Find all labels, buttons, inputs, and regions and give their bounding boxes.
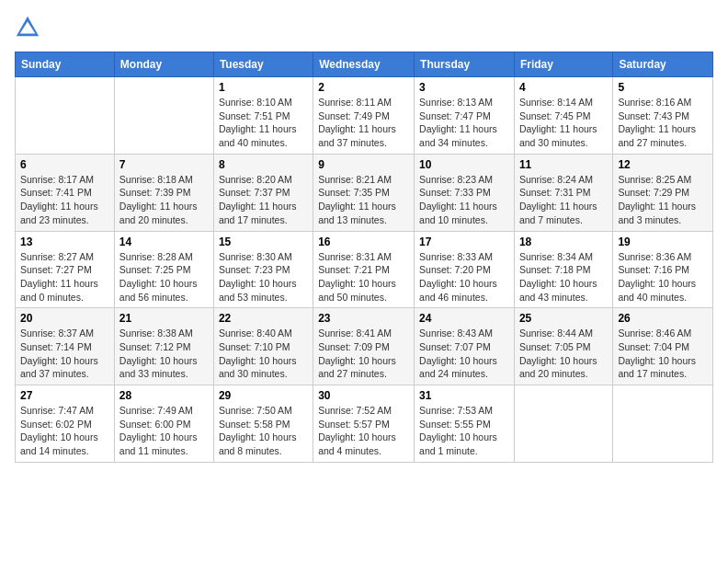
day-info: Sunrise: 8:13 AMSunset: 7:47 PMDaylight:… xyxy=(419,96,509,150)
day-number: 12 xyxy=(618,158,708,171)
calendar-table: SundayMondayTuesdayWednesdayThursdayFrid… xyxy=(15,52,713,463)
day-number: 13 xyxy=(20,236,109,248)
calendar-cell: 8Sunrise: 8:20 AMSunset: 7:37 PMDaylight… xyxy=(213,154,313,231)
day-number: 1 xyxy=(219,81,308,94)
calendar-cell xyxy=(114,77,213,155)
day-info: Sunrise: 8:41 AMSunset: 7:09 PMDaylight:… xyxy=(318,327,409,381)
calendar-week-row: 20Sunrise: 8:37 AMSunset: 7:14 PMDayligh… xyxy=(16,308,713,385)
calendar-cell: 26Sunrise: 8:46 AMSunset: 7:04 PMDayligh… xyxy=(613,308,713,385)
calendar-cell: 9Sunrise: 8:21 AMSunset: 7:35 PMDaylight… xyxy=(313,154,415,231)
day-info: Sunrise: 8:11 AMSunset: 7:49 PMDaylight:… xyxy=(318,96,409,150)
calendar-week-row: 6Sunrise: 8:17 AMSunset: 7:41 PMDaylight… xyxy=(16,154,713,231)
day-info: Sunrise: 8:46 AMSunset: 7:04 PMDaylight:… xyxy=(618,327,708,381)
day-of-week-header: Friday xyxy=(514,52,612,77)
day-number: 29 xyxy=(219,389,308,402)
calendar-cell: 11Sunrise: 8:24 AMSunset: 7:31 PMDayligh… xyxy=(514,154,612,231)
calendar-cell: 4Sunrise: 8:14 AMSunset: 7:45 PMDaylight… xyxy=(514,77,612,155)
day-info: Sunrise: 7:49 AMSunset: 6:00 PMDaylight:… xyxy=(119,404,209,458)
page-header xyxy=(15,15,713,40)
day-info: Sunrise: 8:25 AMSunset: 7:29 PMDaylight:… xyxy=(618,173,708,227)
day-number: 18 xyxy=(519,236,608,248)
calendar-cell: 28Sunrise: 7:49 AMSunset: 6:00 PMDayligh… xyxy=(114,385,213,463)
calendar-cell: 5Sunrise: 8:16 AMSunset: 7:43 PMDaylight… xyxy=(613,77,713,155)
day-number: 4 xyxy=(519,81,608,94)
day-info: Sunrise: 8:24 AMSunset: 7:31 PMDaylight:… xyxy=(519,173,608,227)
day-info: Sunrise: 8:14 AMSunset: 7:45 PMDaylight:… xyxy=(519,96,608,150)
day-info: Sunrise: 8:10 AMSunset: 7:51 PMDaylight:… xyxy=(219,96,308,150)
day-number: 26 xyxy=(618,312,708,325)
day-info: Sunrise: 7:52 AMSunset: 5:57 PMDaylight:… xyxy=(318,404,409,458)
day-number: 28 xyxy=(119,389,209,402)
day-number: 5 xyxy=(618,81,708,94)
day-number: 14 xyxy=(119,236,209,248)
day-number: 22 xyxy=(219,312,308,325)
day-info: Sunrise: 8:38 AMSunset: 7:12 PMDaylight:… xyxy=(119,327,209,381)
day-number: 21 xyxy=(119,312,209,325)
day-info: Sunrise: 8:21 AMSunset: 7:35 PMDaylight:… xyxy=(318,173,409,227)
calendar-cell: 21Sunrise: 8:38 AMSunset: 7:12 PMDayligh… xyxy=(114,308,213,385)
calendar-cell: 18Sunrise: 8:34 AMSunset: 7:18 PMDayligh… xyxy=(514,231,612,308)
day-info: Sunrise: 8:27 AMSunset: 7:27 PMDaylight:… xyxy=(20,250,109,304)
day-info: Sunrise: 8:23 AMSunset: 7:33 PMDaylight:… xyxy=(419,173,509,227)
day-number: 24 xyxy=(419,312,509,325)
day-of-week-header: Monday xyxy=(114,52,213,77)
day-info: Sunrise: 8:40 AMSunset: 7:10 PMDaylight:… xyxy=(219,327,308,381)
calendar-cell: 3Sunrise: 8:13 AMSunset: 7:47 PMDaylight… xyxy=(415,77,515,155)
day-number: 16 xyxy=(318,236,409,248)
calendar-cell: 27Sunrise: 7:47 AMSunset: 6:02 PMDayligh… xyxy=(16,385,115,463)
day-info: Sunrise: 8:31 AMSunset: 7:21 PMDaylight:… xyxy=(318,250,409,304)
day-number: 17 xyxy=(419,236,509,248)
day-number: 27 xyxy=(20,389,109,402)
calendar-cell: 20Sunrise: 8:37 AMSunset: 7:14 PMDayligh… xyxy=(16,308,115,385)
day-number: 31 xyxy=(419,389,509,402)
day-info: Sunrise: 8:20 AMSunset: 7:37 PMDaylight:… xyxy=(219,173,308,227)
day-of-week-header: Wednesday xyxy=(313,52,415,77)
day-info: Sunrise: 7:50 AMSunset: 5:58 PMDaylight:… xyxy=(219,404,308,458)
day-info: Sunrise: 8:30 AMSunset: 7:23 PMDaylight:… xyxy=(219,250,308,304)
calendar-cell: 14Sunrise: 8:28 AMSunset: 7:25 PMDayligh… xyxy=(114,231,213,308)
day-info: Sunrise: 8:33 AMSunset: 7:20 PMDaylight:… xyxy=(419,250,509,304)
day-info: Sunrise: 8:34 AMSunset: 7:18 PMDaylight:… xyxy=(519,250,608,304)
day-number: 3 xyxy=(419,81,509,94)
calendar-week-row: 27Sunrise: 7:47 AMSunset: 6:02 PMDayligh… xyxy=(16,385,713,463)
day-info: Sunrise: 8:37 AMSunset: 7:14 PMDaylight:… xyxy=(20,327,109,381)
day-of-week-header: Sunday xyxy=(16,52,115,77)
day-number: 23 xyxy=(318,312,409,325)
day-number: 6 xyxy=(20,158,109,171)
calendar-cell: 16Sunrise: 8:31 AMSunset: 7:21 PMDayligh… xyxy=(313,231,415,308)
day-of-week-header: Thursday xyxy=(415,52,515,77)
day-info: Sunrise: 8:36 AMSunset: 7:16 PMDaylight:… xyxy=(618,250,708,304)
calendar-header-row: SundayMondayTuesdayWednesdayThursdayFrid… xyxy=(16,52,713,77)
calendar-week-row: 13Sunrise: 8:27 AMSunset: 7:27 PMDayligh… xyxy=(16,231,713,308)
calendar-cell xyxy=(514,385,612,463)
day-info: Sunrise: 8:17 AMSunset: 7:41 PMDaylight:… xyxy=(20,173,109,227)
day-info: Sunrise: 8:44 AMSunset: 7:05 PMDaylight:… xyxy=(519,327,608,381)
day-number: 11 xyxy=(519,158,608,171)
day-of-week-header: Tuesday xyxy=(213,52,313,77)
calendar-cell: 22Sunrise: 8:40 AMSunset: 7:10 PMDayligh… xyxy=(213,308,313,385)
day-number: 8 xyxy=(219,158,308,171)
calendar-cell: 17Sunrise: 8:33 AMSunset: 7:20 PMDayligh… xyxy=(415,231,515,308)
calendar-cell: 23Sunrise: 8:41 AMSunset: 7:09 PMDayligh… xyxy=(313,308,415,385)
calendar-cell xyxy=(16,77,115,155)
day-number: 9 xyxy=(318,158,409,171)
calendar-cell: 12Sunrise: 8:25 AMSunset: 7:29 PMDayligh… xyxy=(613,154,713,231)
calendar-cell: 31Sunrise: 7:53 AMSunset: 5:55 PMDayligh… xyxy=(415,385,515,463)
calendar-cell: 25Sunrise: 8:44 AMSunset: 7:05 PMDayligh… xyxy=(514,308,612,385)
calendar-cell: 7Sunrise: 8:18 AMSunset: 7:39 PMDaylight… xyxy=(114,154,213,231)
calendar-cell xyxy=(613,385,713,463)
day-number: 10 xyxy=(419,158,509,171)
day-number: 7 xyxy=(119,158,209,171)
day-info: Sunrise: 8:43 AMSunset: 7:07 PMDaylight:… xyxy=(419,327,509,381)
day-number: 25 xyxy=(519,312,608,325)
logo-icon xyxy=(15,15,40,40)
calendar-cell: 19Sunrise: 8:36 AMSunset: 7:16 PMDayligh… xyxy=(613,231,713,308)
logo xyxy=(15,15,44,40)
calendar-cell: 29Sunrise: 7:50 AMSunset: 5:58 PMDayligh… xyxy=(213,385,313,463)
calendar-cell: 15Sunrise: 8:30 AMSunset: 7:23 PMDayligh… xyxy=(213,231,313,308)
calendar-cell: 10Sunrise: 8:23 AMSunset: 7:33 PMDayligh… xyxy=(415,154,515,231)
day-info: Sunrise: 8:28 AMSunset: 7:25 PMDaylight:… xyxy=(119,250,209,304)
day-info: Sunrise: 8:16 AMSunset: 7:43 PMDaylight:… xyxy=(618,96,708,150)
calendar-cell: 13Sunrise: 8:27 AMSunset: 7:27 PMDayligh… xyxy=(16,231,115,308)
day-info: Sunrise: 8:18 AMSunset: 7:39 PMDaylight:… xyxy=(119,173,209,227)
